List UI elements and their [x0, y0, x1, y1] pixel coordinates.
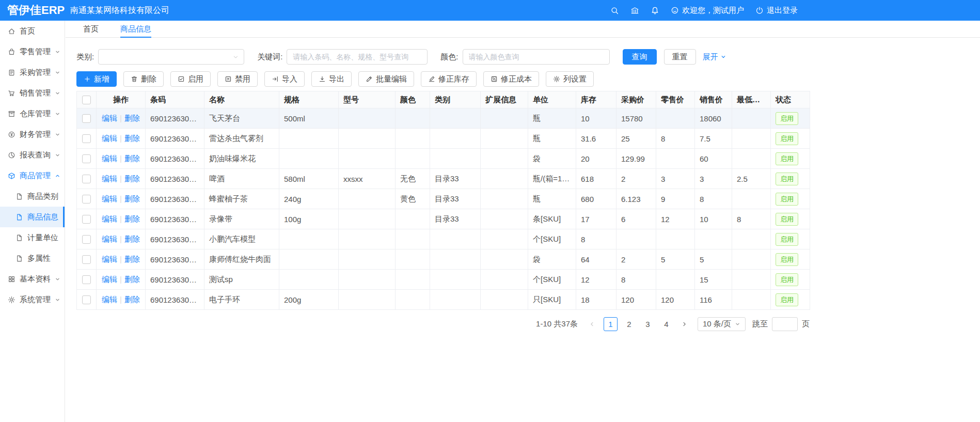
tab-goods-info[interactable]: 商品信息: [120, 21, 151, 37]
cell-color: 黄色: [396, 189, 430, 209]
select-all-checkbox[interactable]: [82, 96, 91, 104]
cell-category: [430, 149, 481, 169]
status-badge: 启用: [776, 112, 798, 125]
sidebar-item-report[interactable]: 报表查询: [0, 145, 65, 165]
row-checkbox[interactable]: [82, 255, 91, 264]
search-submit-button[interactable]: 查询: [623, 49, 657, 65]
edit-link[interactable]: 编辑: [102, 114, 117, 122]
delete-link[interactable]: 删除: [124, 235, 140, 243]
edit-link[interactable]: 编辑: [102, 154, 117, 163]
cell-spec: 580ml: [279, 169, 339, 189]
page-button-4[interactable]: 4: [659, 317, 673, 331]
tab-home[interactable]: 首页: [83, 21, 99, 37]
row-checkbox[interactable]: [82, 114, 91, 123]
row-checkbox[interactable]: [82, 195, 91, 204]
delete-button[interactable]: 删除: [123, 71, 164, 87]
jump-page-input[interactable]: [772, 317, 798, 331]
bell-icon: [651, 6, 659, 15]
edit-link[interactable]: 编辑: [102, 194, 117, 203]
sidebar-item-basic-data[interactable]: 基本资料: [0, 269, 65, 289]
edit-link[interactable]: 编辑: [102, 255, 117, 263]
cell-sale-price: 5: [695, 249, 732, 270]
add-button[interactable]: 新增: [76, 71, 117, 87]
jump-label: 跳至: [752, 319, 768, 329]
row-checkbox[interactable]: [82, 235, 91, 244]
platform-button[interactable]: [630, 6, 639, 15]
disable-button[interactable]: 禁用: [217, 71, 258, 87]
cell-status: 启用: [771, 249, 810, 270]
link-separator: |: [120, 235, 122, 243]
prev-page-button[interactable]: [586, 318, 599, 331]
category-select[interactable]: [98, 49, 244, 65]
import-button[interactable]: 导入: [264, 71, 305, 87]
page-button-1[interactable]: 1: [604, 317, 618, 331]
row-checkbox[interactable]: [82, 134, 91, 143]
edit-link[interactable]: 编辑: [102, 174, 117, 183]
delete-link[interactable]: 删除: [124, 154, 140, 163]
search-button[interactable]: [610, 6, 619, 15]
sidebar-item-purchase[interactable]: 采购管理: [0, 62, 65, 83]
edit-link[interactable]: 编辑: [102, 235, 117, 243]
reset-button[interactable]: 重置: [664, 49, 696, 65]
sidebar-item-system[interactable]: 系统管理: [0, 289, 65, 310]
export-button[interactable]: 导出: [311, 71, 352, 87]
fix-cost-button[interactable]: 修正成本: [483, 71, 539, 87]
keyword-input[interactable]: [287, 49, 428, 65]
row-checkbox[interactable]: [82, 295, 91, 304]
notification-button[interactable]: [651, 6, 659, 15]
delete-link[interactable]: 删除: [124, 134, 140, 143]
row-checkbox[interactable]: [82, 215, 91, 224]
sidebar-item-goods[interactable]: 商品管理: [0, 165, 65, 186]
page-size-select[interactable]: 10 条/页: [698, 317, 746, 331]
delete-link[interactable]: 删除: [124, 255, 140, 263]
cell-category: [430, 229, 481, 249]
cell-spec: 240g: [279, 189, 339, 209]
sidebar-item-sales[interactable]: 销售管理: [0, 83, 65, 103]
fix-stock-button[interactable]: 修正库存: [421, 71, 477, 87]
sidebar-item-goods-category[interactable]: 商品类别: [0, 186, 65, 207]
page-button-2[interactable]: 2: [622, 317, 636, 331]
cell-stock: 18: [576, 290, 617, 310]
sidebar-item-goods-info[interactable]: 商品信息: [0, 207, 65, 227]
column-settings-button[interactable]: 列设置: [546, 71, 594, 87]
edit-link[interactable]: 编辑: [102, 275, 117, 284]
sidebar-item-warehouse[interactable]: 仓库管理: [0, 103, 65, 124]
row-checkbox[interactable]: [82, 175, 91, 183]
delete-link[interactable]: 删除: [124, 295, 140, 304]
edit-link[interactable]: 编辑: [102, 295, 117, 304]
edit-link[interactable]: 编辑: [102, 134, 117, 143]
sidebar-item-label: 基本资料: [20, 274, 51, 284]
user-menu[interactable]: 欢迎您，测试用户: [671, 6, 744, 15]
cell-stock: 618: [576, 169, 617, 189]
chevron-left-icon: [589, 321, 595, 327]
delete-link[interactable]: 删除: [124, 275, 140, 284]
row-checkbox[interactable]: [82, 154, 91, 163]
delete-link[interactable]: 删除: [124, 214, 140, 223]
delete-link[interactable]: 删除: [124, 114, 140, 122]
cell-stock: 31.6: [576, 129, 617, 149]
main-area: 首页商品信息 类别: 关键词: 颜色: 查询 重置 展开 新增删除启用禁用导入导…: [66, 21, 980, 422]
delete-link[interactable]: 删除: [124, 174, 140, 183]
logout-button[interactable]: 退出登录: [755, 6, 798, 15]
page-button-3[interactable]: 3: [641, 317, 655, 331]
sidebar-item-multi-attribute[interactable]: 多属性: [0, 248, 65, 269]
edit-link[interactable]: 编辑: [102, 214, 117, 223]
sidebar-item-finance[interactable]: 财务管理: [0, 124, 65, 145]
sidebar-item-retail[interactable]: 零售管理: [0, 41, 65, 62]
expand-link[interactable]: 展开: [703, 52, 726, 62]
next-page-button[interactable]: [678, 318, 691, 331]
cell-unit: 只[SKU]: [528, 290, 576, 310]
pagination-summary: 1-10 共37条: [536, 319, 578, 329]
status-badge: 启用: [776, 293, 798, 306]
cell-spec: [279, 249, 339, 270]
batch-edit-button[interactable]: 批量编辑: [358, 71, 414, 87]
enable-button[interactable]: 启用: [170, 71, 211, 87]
cell-spec: 500ml: [279, 108, 339, 129]
cell-unit: 袋: [528, 249, 576, 270]
cell-purchase-price: 129.99: [617, 149, 656, 169]
sidebar-item-measure-unit[interactable]: 计量单位: [0, 227, 65, 248]
color-input[interactable]: [463, 49, 610, 65]
row-checkbox[interactable]: [82, 275, 91, 284]
delete-link[interactable]: 删除: [124, 194, 140, 203]
sidebar-item-home[interactable]: 首页: [0, 21, 65, 41]
